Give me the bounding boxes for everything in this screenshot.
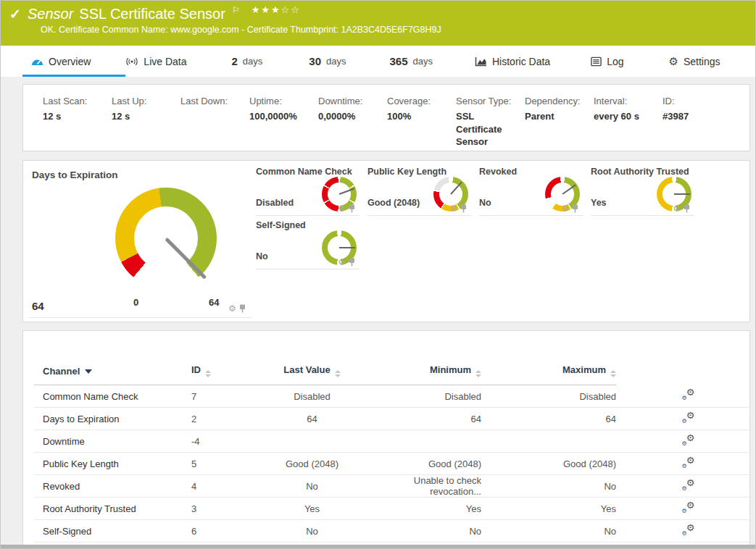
- info-dependency: Dependency: Parent: [525, 96, 594, 151]
- info-coverage: Coverage: 100%: [387, 96, 456, 151]
- sensor-status-message: OK. Certificate Common Name: www.google.…: [9, 25, 755, 35]
- gauge-icon: [31, 56, 43, 67]
- tab-30-days[interactable]: 30 days: [309, 55, 346, 67]
- gauge-toolbar: ⚙: [673, 204, 690, 213]
- sensor-tab-bar: Overview Live Data 2 days 30 days 365 da…: [1, 46, 755, 77]
- gauges-panel: Days to Expiration 0 64 64 ⚙ Common Name…: [22, 160, 750, 322]
- info-uptime: Uptime: 100,0000%: [249, 96, 318, 151]
- content-area: Last Scan: 12 s Last Up: 12 s Last Down:…: [1, 77, 755, 545]
- tab-live-data-label: Live Data: [144, 56, 186, 67]
- log-list-icon: [591, 56, 602, 67]
- primary-gauge-value: 64: [32, 300, 44, 312]
- channel-settings-icon[interactable]: ⚙⚙: [682, 389, 695, 401]
- gauge-settings-icon[interactable]: ⚙: [673, 204, 681, 213]
- sort-icon: [205, 370, 211, 377]
- sort-icon: [475, 370, 481, 377]
- tab-overview-label: Overview: [49, 56, 91, 67]
- gauge-toolbar: ⚙: [228, 304, 246, 313]
- sort-icon: [335, 370, 341, 377]
- tab-live-data[interactable]: Live Data: [125, 56, 186, 67]
- tab-log[interactable]: Log: [591, 56, 623, 67]
- gauge-scale-max: 64: [209, 297, 219, 308]
- tab-365-days[interactable]: 365 days: [389, 55, 433, 67]
- col-header-minimum[interactable]: Minimum: [367, 364, 481, 385]
- tab-settings-label: Settings: [684, 56, 720, 67]
- gauge-settings-icon[interactable]: ⚙: [561, 204, 569, 213]
- object-kind-label: Sensor: [28, 6, 73, 22]
- small-gauges-grid: Common Name Check Disabled ⚙ Public Key …: [256, 162, 702, 269]
- info-last-scan: Last Scan: 12 s: [43, 96, 112, 151]
- gauge-cell-root-authority-trusted: Root Authority Trusted Yes ⚙: [591, 162, 694, 216]
- table-row: Common Name Check 7 Disabled Disabled Di…: [34, 385, 752, 408]
- tab-30-days-number: 30: [309, 55, 321, 67]
- channel-settings-icon[interactable]: ⚙⚙: [682, 412, 695, 424]
- pin-icon[interactable]: [349, 258, 355, 267]
- pin-icon[interactable]: [460, 204, 467, 213]
- gauge-toolbar: ⚙: [449, 204, 467, 213]
- gauge-toolbar: ⚙: [338, 204, 355, 213]
- tab-2-days[interactable]: 2 days: [232, 55, 263, 67]
- prtg-sensor-page: ✓ Sensor SSL Certificate Sensor ⚐ ★★★☆☆ …: [0, 0, 756, 549]
- gauge-toolbar: ⚙: [561, 204, 578, 213]
- table-row: Self-Signed 6 No No No ⚙⚙: [34, 520, 752, 542]
- gauge-scale-min: 0: [133, 297, 138, 308]
- tab-historic-data[interactable]: Historic Data: [475, 56, 550, 67]
- tab-365-days-unit: days: [413, 56, 433, 67]
- historic-chart-icon: [475, 56, 487, 67]
- table-row: Revoked 4 No Unable to check revocation.…: [34, 475, 752, 498]
- info-last-up: Last Up: 12 s: [112, 96, 180, 151]
- status-ok-icon: ✓: [9, 6, 21, 22]
- bottom-edge-bar: [1, 545, 755, 548]
- channel-settings-icon[interactable]: ⚙⚙: [682, 457, 695, 469]
- info-downtime: Downtime: 0,0000%: [318, 96, 387, 151]
- channels-table: Channel ID Last Value Minimum Maximum Co…: [34, 364, 752, 542]
- pin-icon[interactable]: [684, 204, 690, 213]
- channel-settings-icon[interactable]: ⚙⚙: [682, 479, 695, 491]
- col-header-channel[interactable]: Channel: [34, 364, 183, 385]
- gauge-settings-icon[interactable]: ⚙: [228, 304, 236, 313]
- channel-settings-icon[interactable]: ⚙⚙: [682, 524, 695, 536]
- pin-icon[interactable]: [572, 204, 578, 213]
- priority-flag-icon[interactable]: ⚐: [232, 5, 240, 15]
- tab-2-days-unit: days: [243, 56, 262, 67]
- sensor-title: SSL Certificate Sensor: [79, 6, 225, 22]
- gauge-needle: [339, 247, 355, 248]
- tab-30-days-unit: days: [326, 56, 346, 67]
- gauge-cell-public-key-length: Public Key Length Good (2048) ⚙: [367, 162, 471, 216]
- channel-settings-icon[interactable]: ⚙⚙: [682, 502, 695, 514]
- sort-icon: [610, 370, 616, 377]
- gauge-cell-common-name-check: Common Name Check Disabled ⚙: [256, 162, 360, 216]
- table-row: Days to Expiration 2 64 64 64 ⚙⚙: [34, 408, 752, 430]
- info-interval: Interval: every 60 s: [594, 96, 662, 151]
- channels-table-panel: Channel ID Last Value Minimum Maximum Co…: [22, 330, 750, 546]
- gauge-settings-icon[interactable]: ⚙: [338, 258, 346, 267]
- table-row: Downtime -4 ⚙⚙: [34, 430, 752, 453]
- pin-icon[interactable]: [239, 304, 246, 313]
- col-header-id[interactable]: ID: [183, 364, 248, 385]
- gauge-settings-icon[interactable]: ⚙: [449, 204, 457, 213]
- tab-overview[interactable]: Overview: [31, 56, 91, 67]
- tab-log-label: Log: [607, 56, 623, 67]
- live-signal-icon: [125, 56, 138, 67]
- sort-desc-icon: [85, 369, 92, 374]
- tab-2-days-number: 2: [232, 55, 238, 67]
- tab-historic-data-label: Historic Data: [492, 56, 550, 67]
- tab-settings[interactable]: ⚙ Settings: [668, 56, 720, 67]
- gauge-cell-revoked: Revoked No ⚙: [479, 162, 583, 216]
- col-header-maximum[interactable]: Maximum: [481, 364, 616, 385]
- table-header-row: Channel ID Last Value Minimum Maximum: [34, 364, 752, 385]
- col-header-actions: [616, 364, 752, 385]
- gauge-toolbar: ⚙: [338, 258, 355, 267]
- gauge-needle: [674, 193, 690, 195]
- favorite-stars[interactable]: ★★★☆☆: [252, 4, 301, 15]
- col-header-last-value[interactable]: Last Value: [248, 364, 367, 385]
- channel-settings-icon[interactable]: ⚙⚙: [682, 435, 695, 446]
- sensor-status-header: ✓ Sensor SSL Certificate Sensor ⚐ ★★★☆☆ …: [1, 1, 755, 46]
- tab-365-days-number: 365: [389, 55, 407, 67]
- primary-gauge-title: Days to Expiration: [32, 169, 118, 180]
- pin-icon[interactable]: [349, 204, 355, 213]
- divider: [29, 317, 252, 318]
- info-sensor-type: Sensor Type: SSL Certificate Sensor: [456, 96, 525, 151]
- info-id: ID: #3987: [662, 96, 731, 151]
- gauge-settings-icon[interactable]: ⚙: [338, 204, 346, 213]
